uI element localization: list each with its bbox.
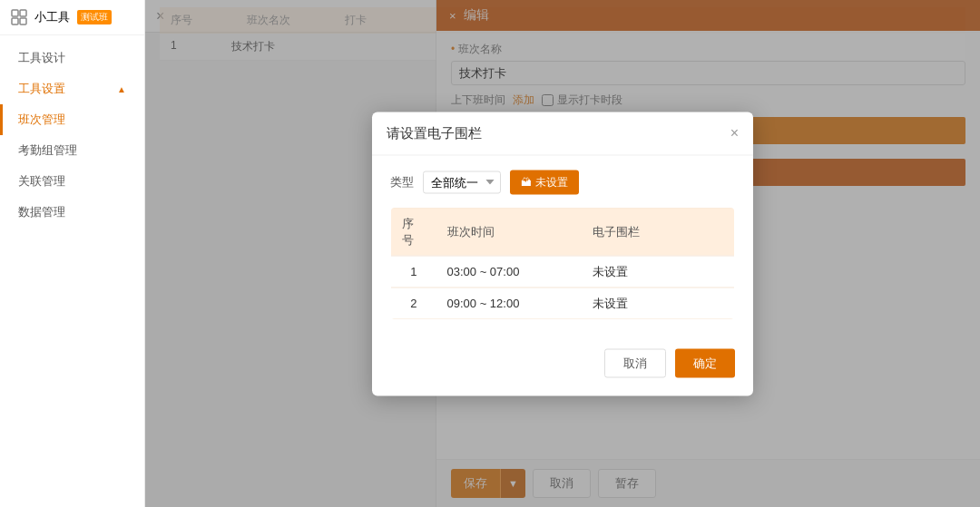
filter-row: 类型 全部统一 分别设置 🏔 未设置 bbox=[390, 170, 735, 194]
svg-rect-0 bbox=[12, 10, 18, 16]
dialog-close-icon[interactable]: × bbox=[730, 126, 739, 141]
col-header-fence: 电子围栏 bbox=[582, 208, 735, 256]
sidebar-item-shift-management[interactable]: 班次管理 bbox=[0, 104, 144, 135]
app-logo-icon bbox=[11, 9, 27, 25]
dialog: 请设置电子围栏 × 类型 全部统一 分别设置 🏔 未设置 bbox=[372, 112, 753, 395]
row-fence[interactable]: 未设置 bbox=[582, 256, 735, 288]
dialog-confirm-button[interactable]: 确定 bbox=[675, 348, 735, 377]
dialog-table-header-row: 序号 班次时间 电子围栏 bbox=[391, 208, 735, 256]
row-time: 09:00 ~ 12:00 bbox=[436, 288, 582, 319]
dialog-table-row: 2 09:00 ~ 12:00 未设置 bbox=[391, 288, 735, 319]
app-tag: 测试班 bbox=[77, 10, 112, 24]
dialog-footer: 取消 确定 bbox=[372, 348, 753, 377]
row-index: 1 bbox=[391, 256, 436, 288]
dialog-table-row: 1 03:00 ~ 07:00 未设置 bbox=[391, 256, 735, 288]
sidebar: 小工具 测试班 工具设计 工具设置 ▲ 班次管理 考勤组管理 关联管理 数据管理 bbox=[0, 0, 145, 507]
dialog-cancel-button[interactable]: 取消 bbox=[604, 348, 666, 377]
sidebar-item-attendance-management[interactable]: 考勤组管理 bbox=[0, 135, 144, 166]
svg-rect-1 bbox=[20, 10, 26, 16]
app-container: 小工具 测试班 工具设计 工具设置 ▲ 班次管理 考勤组管理 关联管理 数据管理 bbox=[0, 0, 980, 507]
col-header-index: 序号 bbox=[391, 208, 436, 256]
chevron-up-icon: ▲ bbox=[117, 84, 126, 94]
not-set-button[interactable]: 🏔 未设置 bbox=[510, 170, 579, 194]
main-area: × 序号 班次名次 打卡 1 技术打卡 × 编辑 bbox=[145, 0, 980, 507]
sidebar-item-tool-design[interactable]: 工具设计 bbox=[0, 43, 144, 73]
row-time: 03:00 ~ 07:00 bbox=[436, 256, 582, 288]
row-fence[interactable]: 未设置 bbox=[582, 288, 735, 319]
filter-label: 类型 bbox=[390, 174, 414, 190]
svg-rect-2 bbox=[12, 18, 18, 24]
dialog-body: 类型 全部统一 分别设置 🏔 未设置 序号 班次时间 bbox=[372, 155, 753, 334]
sidebar-item-association-management[interactable]: 关联管理 bbox=[0, 166, 144, 197]
app-title: 小工具 bbox=[34, 9, 70, 25]
location-icon: 🏔 bbox=[521, 176, 532, 189]
sidebar-item-data-management[interactable]: 数据管理 bbox=[0, 197, 144, 228]
sidebar-header: 小工具 测试班 bbox=[0, 0, 144, 35]
svg-rect-3 bbox=[20, 18, 26, 24]
row-index: 2 bbox=[391, 288, 436, 319]
dialog-title: 请设置电子围栏 bbox=[387, 124, 482, 141]
dialog-table: 序号 班次时间 电子围栏 1 03:00 ~ 07:00 未设置 2 09:00… bbox=[390, 207, 735, 319]
filter-select[interactable]: 全部统一 分别设置 bbox=[423, 171, 501, 193]
sidebar-item-tool-settings[interactable]: 工具设置 ▲ bbox=[0, 73, 144, 104]
dialog-header: 请设置电子围栏 × bbox=[372, 112, 753, 155]
sidebar-nav: 工具设计 工具设置 ▲ 班次管理 考勤组管理 关联管理 数据管理 bbox=[0, 35, 144, 507]
col-header-time: 班次时间 bbox=[436, 208, 582, 256]
